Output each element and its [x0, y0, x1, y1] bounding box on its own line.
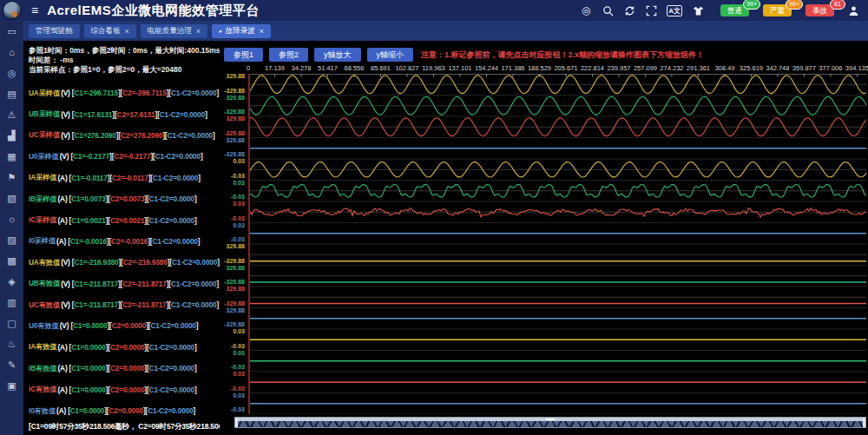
- refresh-icon[interactable]: [623, 4, 635, 16]
- channel-row: UC有效值(V)[ C1=-211.8717 ][ C2=-211.8717 ]…: [29, 294, 218, 315]
- screen-icon[interactable]: ▧: [6, 192, 18, 204]
- y-min-label: -329.88: [224, 130, 245, 137]
- solar-panel-icon[interactable]: ▩: [6, 254, 18, 267]
- y-max-label: 0.03: [233, 180, 245, 187]
- diff-value: C1-C2=0.0000: [168, 131, 213, 140]
- siren-icon[interactable]: ⚠: [6, 109, 18, 121]
- channel-row: IA有效值(A)[ C1=0.0000 ][ C2=0.0000 ][ C1-C…: [29, 337, 218, 358]
- c1-value: C1=-211.8717: [74, 280, 118, 288]
- badge-normal-count: 99+: [743, 0, 760, 10]
- y-max-label: 0.03: [233, 222, 245, 229]
- waveform-plot[interactable]: [248, 74, 866, 414]
- x-tick-label: 239.957: [607, 64, 630, 72]
- monitor-icon[interactable]: ▭: [6, 25, 18, 37]
- toolbar-button-3[interactable]: y轴放大: [314, 48, 361, 62]
- c2-value: C2=0.0021: [110, 216, 144, 225]
- building-icon[interactable]: ▢: [6, 317, 18, 329]
- c1-value: C1=276.2090: [74, 131, 115, 140]
- badge-severe[interactable]: 严重99+: [763, 4, 792, 16]
- tab-4[interactable]: ●故障录波×: [212, 24, 271, 38]
- home-icon[interactable]: ⌂: [6, 46, 18, 58]
- c1-value: C1=0.0073: [71, 194, 105, 203]
- y-max-label: 329.88: [227, 307, 245, 314]
- compass-icon[interactable]: ◎: [6, 67, 18, 79]
- theme-shirt-icon[interactable]: [692, 4, 704, 16]
- tab-label: 管理驾驶舱: [36, 26, 73, 36]
- bar-chart-icon[interactable]: ▟: [6, 129, 18, 142]
- badge-normal[interactable]: 普通99+: [720, 4, 749, 16]
- channel-label: IA有效值: [29, 342, 56, 352]
- bulb-icon[interactable]: ☼: [6, 213, 18, 225]
- camera-icon[interactable]: ◈: [6, 275, 18, 287]
- c1-value: C1=0.0000: [70, 406, 104, 415]
- tab-close-icon[interactable]: ×: [196, 27, 201, 36]
- fullscreen-icon[interactable]: [645, 4, 657, 16]
- search-icon[interactable]: [602, 4, 614, 16]
- diff-value: C1-C2=0.0000: [160, 110, 205, 119]
- datazoom-notch[interactable]: [546, 419, 555, 420]
- tab-close-icon[interactable]: ×: [125, 27, 129, 36]
- channel-unit: (V): [60, 152, 69, 161]
- diff-value: C1-C2=0.0000: [149, 386, 194, 394]
- badge-accident[interactable]: 事故81: [806, 4, 834, 16]
- waveform-chart[interactable]: [248, 74, 866, 414]
- datazoom-slider[interactable]: [234, 417, 866, 428]
- c2-value: C2=0.0073: [110, 194, 144, 203]
- document-icon[interactable]: ▨: [6, 234, 18, 246]
- report-icon[interactable]: ▤: [6, 88, 18, 100]
- edit-icon[interactable]: ✎: [6, 359, 18, 371]
- c2-value: C2=-211.8717: [122, 300, 167, 309]
- map-pin-icon[interactable]: ⚑: [6, 171, 18, 183]
- channel-unit: (A): [57, 216, 67, 225]
- c2-value: C2=-216.9380: [123, 258, 168, 267]
- target-icon[interactable]: ◎: [580, 4, 592, 16]
- x-tick-label: 0: [247, 64, 250, 72]
- channel-row: UA采样值(V)[ C1=-296.7115 ][ C2=-296.7115 ]…: [29, 82, 218, 103]
- user-icon[interactable]: [847, 4, 859, 16]
- datazoom-preview[interactable]: [235, 421, 865, 427]
- tab-bar: 管理驾驶舱综合看板×电能质量治理×●故障录波×: [23, 21, 868, 41]
- y-min-label: -0.03: [231, 406, 245, 413]
- c1-value: C1=-0.0016: [70, 237, 107, 246]
- x-tick-label: 342.748: [766, 64, 789, 72]
- diff-value: C1-C2=0.0000: [171, 89, 216, 97]
- x-tick-label: 291.361: [687, 64, 710, 72]
- channel-row: IA采样值(A)[ C1=-0.0117 ][ C2=-0.0117 ][ C1…: [29, 168, 218, 188]
- app-window: ≡ AcrelEMS企业微电网能效管理平台 ◎ A文 普通99+严重99+事故8…: [0, 0, 868, 435]
- tab-2[interactable]: 综合看板×: [84, 24, 136, 38]
- alarm-icon[interactable]: ♨: [6, 338, 18, 350]
- y-min-label: -0.03: [231, 343, 245, 350]
- logo-avatar[interactable]: [3, 1, 22, 20]
- badge-accident-count: 81: [830, 0, 845, 10]
- toolbar-notice: 注意：1.标记参照前，请先点击对应按钮！2.x轴的缩放请操作图表下方缩放组件！: [421, 49, 704, 61]
- c1-value: C1=0.0000: [71, 364, 105, 372]
- channel-unit: (A): [56, 237, 66, 246]
- datazoom-handle-right[interactable]: [863, 418, 865, 427]
- toolbar-button-1[interactable]: 参照1: [224, 48, 263, 62]
- y-min-label: -329.88: [224, 321, 245, 328]
- x-tick-label: 325.619: [740, 64, 763, 72]
- x-tick-label: 102.827: [395, 64, 418, 72]
- translate-icon[interactable]: A文: [667, 5, 682, 16]
- layers-icon[interactable]: ▣: [6, 379, 18, 392]
- measurement-panel: 参照1时间：0ms，参照2时间：0ms，最大时间:400.15ms 时间差： -…: [23, 41, 220, 435]
- datazoom-handle-left[interactable]: [235, 418, 238, 427]
- x-tick-label: 205.671: [554, 64, 577, 72]
- tab-3[interactable]: 电能质量治理×: [141, 24, 207, 38]
- bracket: ]: [194, 406, 196, 415]
- c2-value: C2=0.0000: [108, 406, 142, 415]
- x-tick-label: 154.244: [475, 64, 498, 72]
- toolbar-button-2[interactable]: 参照2: [269, 48, 308, 62]
- factory-icon[interactable]: ▦: [6, 150, 18, 162]
- bracket: ]: [196, 321, 199, 330]
- x-tick-label: 359.877: [792, 64, 816, 72]
- keyboard-icon[interactable]: ▥: [6, 296, 18, 308]
- badge-severe-count: 99+: [786, 0, 803, 10]
- channel-row: IC采样值(A)[ C1=0.0021 ][ C2=0.0021 ][ C1-C…: [29, 209, 218, 230]
- toolbar-button-4[interactable]: y轴缩小: [367, 48, 414, 62]
- menu-toggle-icon[interactable]: ≡: [31, 0, 38, 21]
- y-max-label: 0.03: [233, 158, 245, 165]
- x-tick-label: 377.006: [819, 64, 842, 72]
- tab-1[interactable]: 管理驾驶舱: [29, 24, 80, 38]
- tab-close-icon[interactable]: ×: [260, 27, 264, 36]
